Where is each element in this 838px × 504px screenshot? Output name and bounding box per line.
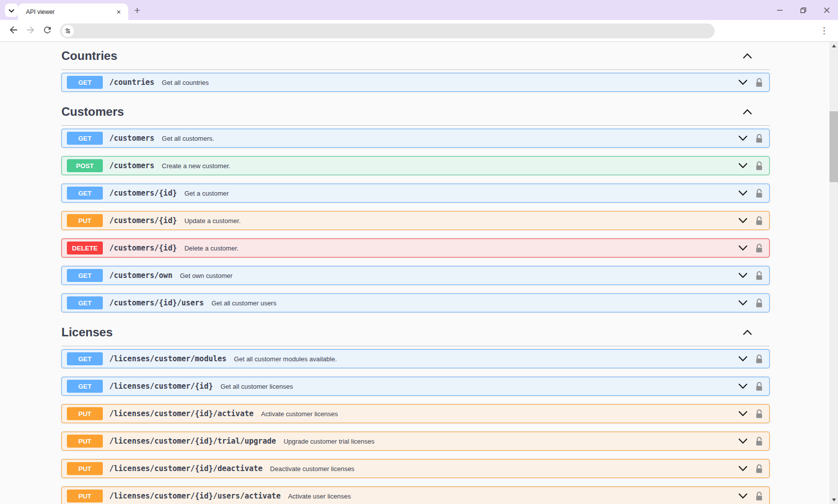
endpoint-path: /licenses/customer/{id}/users/activate xyxy=(109,492,280,501)
chevron-up-icon xyxy=(743,53,752,60)
endpoint-row[interactable]: POST/customersCreate a new customer. xyxy=(61,156,770,175)
authorize-lock-button[interactable] xyxy=(755,492,763,501)
unlocked-padlock-icon xyxy=(755,385,763,393)
unlocked-padlock-icon xyxy=(755,81,763,89)
scrollbar-thumb[interactable] xyxy=(830,111,838,182)
authorize-lock-button[interactable] xyxy=(755,382,763,391)
unlocked-padlock-icon xyxy=(755,220,763,227)
endpoint-path: /licenses/customer/modules xyxy=(109,354,227,363)
new-tab-button[interactable]: + xyxy=(131,4,144,17)
expand-endpoint-button[interactable] xyxy=(738,245,748,251)
endpoint-row[interactable]: GET/customersGet all customers. xyxy=(61,129,770,148)
vertical-scrollbar[interactable] xyxy=(830,42,838,504)
method-badge: GET xyxy=(67,187,103,200)
chevron-down-icon xyxy=(738,438,748,446)
endpoint-row[interactable]: GET/customers/ownGet own customer xyxy=(61,266,770,285)
api-section-customers: CustomersGET/customersGet all customers.… xyxy=(61,100,770,312)
endpoint-description: Get all customer licenses xyxy=(221,383,293,390)
chevron-down-icon xyxy=(738,272,748,280)
authorize-lock-button[interactable] xyxy=(755,271,763,280)
chevron-down-icon xyxy=(738,356,748,363)
endpoint-description: Activate customer licenses xyxy=(261,410,338,418)
section-collapse-button[interactable] xyxy=(742,108,753,116)
authorize-lock-button[interactable] xyxy=(755,244,763,253)
section-title: Customers xyxy=(61,104,124,119)
chevron-down-icon xyxy=(738,383,748,391)
endpoint-path: /licenses/customer/{id}/deactivate xyxy=(109,464,263,473)
endpoint-row[interactable]: DELETE/customers/{id}Delete a customer. xyxy=(61,239,770,257)
authorize-lock-button[interactable] xyxy=(755,134,763,143)
authorize-lock-button[interactable] xyxy=(755,189,763,198)
browser-menu-icon[interactable]: ⋮ xyxy=(817,24,831,38)
forward-button[interactable] xyxy=(22,22,39,39)
endpoint-row[interactable]: GET/licenses/customer/modulesGet all cus… xyxy=(61,349,770,368)
endpoint-description: Deactivate customer licenses xyxy=(270,465,354,473)
endpoint-path: /customers/{id} xyxy=(109,244,177,252)
unlocked-padlock-icon xyxy=(755,137,763,145)
endpoint-row[interactable]: GET/customers/{id}Get a customer xyxy=(61,184,770,203)
reload-icon xyxy=(42,25,52,37)
unlocked-padlock-icon xyxy=(755,495,763,503)
endpoint-row[interactable]: PUT/licenses/customer/{id}/activateActiv… xyxy=(61,404,770,423)
browser-tab[interactable]: API viewer × xyxy=(18,3,128,20)
expand-endpoint-button[interactable] xyxy=(738,135,748,141)
address-bar[interactable] xyxy=(60,23,715,38)
authorize-lock-button[interactable] xyxy=(755,78,763,87)
method-badge: PUT xyxy=(67,214,103,227)
chevron-down-icon xyxy=(738,163,748,170)
reload-button[interactable] xyxy=(39,22,56,39)
expand-endpoint-button[interactable] xyxy=(738,493,748,499)
endpoint-description: Update a customer. xyxy=(184,217,241,225)
back-button[interactable] xyxy=(5,22,22,39)
unlocked-padlock-icon xyxy=(755,247,763,254)
section-collapse-button[interactable] xyxy=(742,328,753,336)
expand-endpoint-button[interactable] xyxy=(738,272,748,278)
unlocked-padlock-icon xyxy=(755,302,763,309)
endpoint-row[interactable]: PUT/customers/{id}Update a customer. xyxy=(61,211,770,230)
section-header-countries: Countries xyxy=(61,44,770,70)
authorize-lock-button[interactable] xyxy=(755,216,763,226)
endpoint-row[interactable]: PUT/licenses/customer/{id}/users/activat… xyxy=(61,487,770,504)
expand-endpoint-button[interactable] xyxy=(738,79,748,85)
authorize-lock-button[interactable] xyxy=(755,464,763,474)
expand-endpoint-button[interactable] xyxy=(738,356,748,362)
expand-endpoint-button[interactable] xyxy=(738,190,748,196)
unlocked-padlock-icon xyxy=(755,192,763,200)
method-badge: GET xyxy=(67,269,103,282)
endpoint-row[interactable]: PUT/licenses/customer/{id}/trial/upgrade… xyxy=(61,432,770,451)
expand-endpoint-button[interactable] xyxy=(738,466,748,472)
scroll-down-arrow[interactable] xyxy=(830,496,838,504)
section-header-licenses: Licenses xyxy=(61,321,770,346)
scroll-up-arrow[interactable] xyxy=(830,42,838,50)
tab-search-button[interactable] xyxy=(5,3,18,17)
endpoint-description: Get a customer xyxy=(184,190,229,197)
endpoint-row[interactable]: GET/countriesGet all countries xyxy=(61,73,770,92)
window-restore-icon[interactable] xyxy=(800,6,807,13)
authorize-lock-button[interactable] xyxy=(755,298,763,308)
window-minimize-icon[interactable] xyxy=(776,6,783,13)
authorize-lock-button[interactable] xyxy=(755,409,763,419)
chevron-down-icon xyxy=(738,135,748,143)
chevron-down-icon xyxy=(738,411,748,418)
endpoint-path: /customers xyxy=(109,134,154,143)
expand-endpoint-button[interactable] xyxy=(738,438,748,444)
method-badge: GET xyxy=(67,296,103,309)
unlocked-padlock-icon xyxy=(755,468,763,475)
expand-endpoint-button[interactable] xyxy=(738,163,748,169)
site-settings-icon[interactable] xyxy=(62,25,74,37)
expand-endpoint-button[interactable] xyxy=(738,411,748,417)
method-badge: DELETE xyxy=(67,242,103,254)
authorize-lock-button[interactable] xyxy=(755,161,763,171)
endpoint-description: Get all customers. xyxy=(162,135,214,142)
expand-endpoint-button[interactable] xyxy=(738,218,748,224)
authorize-lock-button[interactable] xyxy=(755,437,763,446)
endpoint-row[interactable]: PUT/licenses/customer/{id}/deactivateDea… xyxy=(61,459,770,478)
authorize-lock-button[interactable] xyxy=(755,354,763,364)
tab-close-icon[interactable]: × xyxy=(114,7,123,16)
expand-endpoint-button[interactable] xyxy=(738,383,748,389)
expand-endpoint-button[interactable] xyxy=(738,300,748,306)
section-collapse-button[interactable] xyxy=(742,52,753,60)
endpoint-row[interactable]: GET/licenses/customer/{id}Get all custom… xyxy=(61,377,770,396)
endpoint-row[interactable]: GET/customers/{id}/usersGet all customer… xyxy=(61,293,770,312)
window-close-icon[interactable] xyxy=(823,6,830,13)
